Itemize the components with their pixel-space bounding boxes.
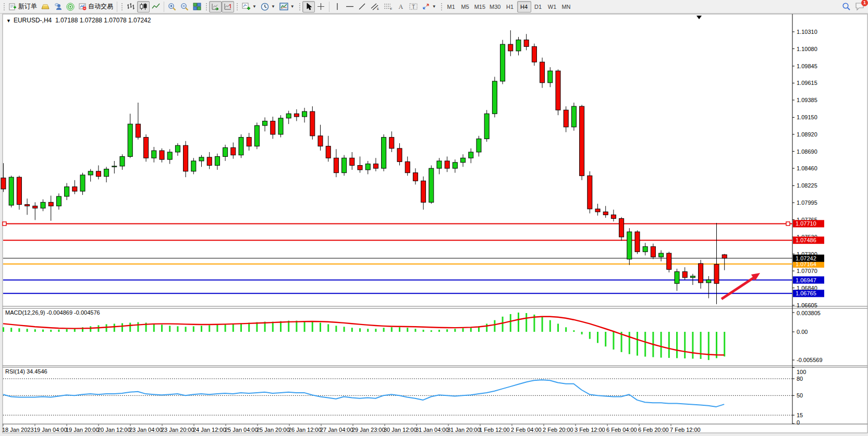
fibonacci-tool-button[interactable]: F <box>382 1 395 13</box>
candle-body <box>484 114 489 139</box>
candle-body <box>500 44 505 81</box>
timeframe-button-H1[interactable]: H1 <box>503 1 517 13</box>
toolbar-grip[interactable] <box>236 2 238 11</box>
notifications-button[interactable]: 1 <box>853 1 867 13</box>
rsi-tick-label: 15 <box>797 412 803 418</box>
new-order-button[interactable]: 新订单 <box>7 1 39 13</box>
tile-windows-icon <box>193 3 201 10</box>
auto-scroll-button[interactable] <box>209 1 222 13</box>
price-tick-label: 1.10310 <box>797 29 817 35</box>
candle-body <box>310 111 315 136</box>
zoom-in-button[interactable] <box>166 1 178 13</box>
time-tick-label: 23 Jan 04:00 <box>129 427 163 433</box>
timeframe-button-MN[interactable]: MN <box>559 1 573 13</box>
price-tick-label: 1.08225 <box>797 182 817 189</box>
candle-body <box>651 246 655 257</box>
cursor-button[interactable] <box>302 1 315 13</box>
tile-windows-button[interactable] <box>191 1 203 13</box>
candle-body <box>603 212 608 215</box>
market-watch-button[interactable] <box>39 1 52 13</box>
toolbar-separator <box>329 2 329 12</box>
candle-body <box>25 205 30 206</box>
crosshair-button[interactable] <box>315 1 327 13</box>
svg-text:T: T <box>412 4 415 10</box>
horizontal-line-tool-button[interactable] <box>344 1 356 13</box>
toolbar-grip[interactable] <box>298 2 301 11</box>
text-icon: A <box>397 3 405 10</box>
timeframe-group: M1M5M15M30H1H4D1W1MN <box>444 1 573 13</box>
timeframe-button-H4[interactable]: H4 <box>517 1 531 13</box>
bar-chart-button[interactable] <box>125 1 137 13</box>
chart-shift-button[interactable] <box>222 1 234 13</box>
candle-body <box>17 177 21 204</box>
signals-button[interactable] <box>64 1 77 13</box>
trendline-tool-button[interactable] <box>356 1 369 13</box>
candlestick-chart-icon <box>139 3 148 10</box>
candle-body <box>263 121 267 126</box>
time-tick-label: 25 Jan 20:00 <box>256 427 290 433</box>
candle-body <box>160 151 164 159</box>
rsi-tick-label: 0 <box>797 419 800 426</box>
candle-body <box>667 253 671 269</box>
toolbar-grip[interactable] <box>120 2 123 11</box>
auto-trading-button[interactable]: 自动交易 <box>77 1 115 13</box>
candle-body <box>9 177 14 205</box>
candle-body <box>397 148 402 162</box>
vertical-line-tool-button[interactable] <box>331 1 344 13</box>
candle-body <box>571 106 576 127</box>
toolbar-separator <box>164 2 164 12</box>
timeframe-button-M15[interactable]: M15 <box>472 1 487 13</box>
candle-body <box>271 121 275 134</box>
hline-handle[interactable] <box>3 222 6 226</box>
chart-canvas[interactable]: 1.103101.100801.098451.096151.093851.091… <box>0 14 868 436</box>
candle-body <box>184 145 188 171</box>
time-tick-label: 6 Feb 20:00 <box>638 427 669 433</box>
arrows-tool-button[interactable]: ▼ <box>420 1 438 13</box>
candle-body <box>278 118 283 134</box>
price-tick-label: 1.09845 <box>797 63 817 69</box>
indicators-button[interactable]: ▼ <box>240 1 259 13</box>
person-cloud-icon <box>54 3 62 10</box>
equidistant-channel-tool-button[interactable]: E <box>369 1 382 13</box>
candle-body <box>445 161 449 168</box>
candle-body <box>239 138 243 155</box>
collapse-triangle-icon[interactable]: ▼ <box>6 18 11 23</box>
timeframe-button-D1[interactable]: D1 <box>531 1 545 13</box>
timeframe-button-M30[interactable]: M30 <box>487 1 503 13</box>
candle-body <box>350 158 354 165</box>
text-tool-button[interactable]: A <box>395 1 407 13</box>
timeframe-button-M5[interactable]: M5 <box>458 1 472 13</box>
timeframe-button-W1[interactable]: W1 <box>545 1 559 13</box>
time-tick-label: 1 Feb 12:00 <box>479 427 510 433</box>
candle-body <box>516 40 521 51</box>
toolbar-grip[interactable] <box>205 2 207 11</box>
candle-body <box>247 138 251 146</box>
zoom-in-icon <box>168 3 176 11</box>
community-button[interactable] <box>52 1 64 13</box>
auto-scroll-icon <box>211 3 219 10</box>
hline-handle[interactable] <box>786 222 790 226</box>
toolbar-grip[interactable] <box>440 2 443 11</box>
mt4-application: 新订单 自动交易 <box>0 0 868 436</box>
price-tick-label: 1.09385 <box>797 97 817 103</box>
periods-button[interactable]: ▼ <box>259 1 277 13</box>
candle-body <box>413 173 418 181</box>
search-button[interactable] <box>840 1 853 13</box>
chart-symbol-timeframe: EURUSD-,H4 <box>14 17 52 24</box>
signal-icon <box>66 3 75 11</box>
candlestick-chart-button[interactable] <box>137 1 150 13</box>
text-label-tool-button[interactable]: T <box>407 1 420 13</box>
templates-button[interactable]: ▼ <box>277 1 297 13</box>
candle-body <box>294 114 299 117</box>
chart-title: ▼EURUSD-,H4 1.07188 1.07288 1.07078 1.07… <box>6 17 151 24</box>
macd-tick-label: 0.003805 <box>797 310 821 316</box>
candle-body <box>128 124 132 156</box>
toolbar-grip[interactable] <box>3 2 5 11</box>
candle-body <box>548 71 553 83</box>
zoom-out-button[interactable] <box>178 1 191 13</box>
line-chart-button[interactable] <box>150 1 162 13</box>
price-tick-label: 1.10080 <box>797 46 817 52</box>
crosshair-icon <box>317 3 325 10</box>
dropdown-caret: ▼ <box>252 4 256 9</box>
timeframe-button-M1[interactable]: M1 <box>444 1 458 13</box>
